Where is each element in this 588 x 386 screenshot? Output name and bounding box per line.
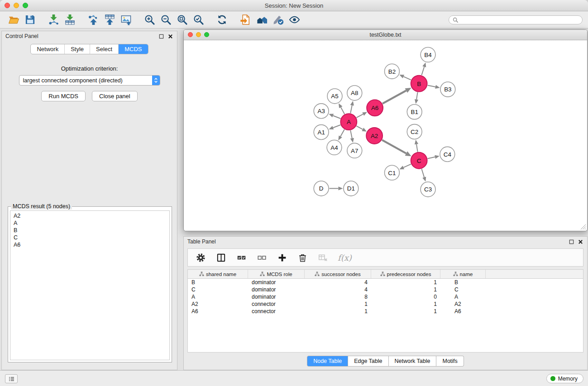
- graph-node-C2[interactable]: C2: [407, 124, 422, 139]
- tab-node-table[interactable]: Node Table: [307, 356, 348, 367]
- mcds-result-item[interactable]: C: [10, 234, 169, 241]
- cell-shared-name[interactable]: B: [188, 279, 248, 286]
- cell-successor-nodes[interactable]: 1: [305, 301, 371, 307]
- home-button[interactable]: [253, 13, 270, 27]
- graph-edge-B-B3[interactable]: [428, 85, 435, 87]
- export-image-button[interactable]: [118, 13, 134, 27]
- network-window-titlebar[interactable]: testGlobe.txt: [184, 30, 587, 40]
- zoom-selected-button[interactable]: [190, 13, 206, 27]
- export-table-button[interactable]: [101, 13, 118, 27]
- column-header-predecessor-nodes[interactable]: predecessor nodes: [371, 270, 440, 278]
- tab-motifs[interactable]: Motifs: [436, 356, 464, 367]
- cell-mcds-role[interactable]: connector: [248, 301, 305, 307]
- graph-node-B3[interactable]: B3: [440, 82, 455, 97]
- graph-edge-A6-B[interactable]: [382, 91, 406, 104]
- show-hide-button[interactable]: [286, 13, 302, 27]
- close-panel-button-label[interactable]: Close panel: [92, 91, 138, 101]
- close-panel-button[interactable]: [167, 33, 173, 39]
- cell-successor-nodes[interactable]: 1: [305, 308, 371, 315]
- tab-style[interactable]: Style: [65, 44, 90, 54]
- import-table-button[interactable]: [62, 13, 78, 27]
- save-session-button[interactable]: [22, 13, 38, 27]
- graph-edge-A-A5[interactable]: [341, 107, 344, 114]
- zoom-out-button[interactable]: [158, 13, 174, 27]
- cell-name[interactable]: A2: [440, 301, 486, 307]
- cell-shared-name[interactable]: A: [188, 294, 248, 300]
- table-row-A[interactable]: Adominator80A: [188, 293, 583, 300]
- close-window-button[interactable]: [5, 3, 10, 8]
- graph-node-B4[interactable]: B4: [421, 47, 435, 62]
- graph-edge-C-C1[interactable]: [403, 164, 411, 167]
- graph-node-A7[interactable]: A7: [347, 143, 362, 158]
- apply-style-button[interactable]: [270, 13, 286, 27]
- cell-name[interactable]: A6: [440, 308, 486, 315]
- zoom-in-button[interactable]: [141, 13, 158, 27]
- graph-node-A6[interactable]: A6: [367, 100, 383, 116]
- search-input[interactable]: [460, 16, 578, 24]
- cell-successor-nodes[interactable]: 8: [305, 294, 371, 300]
- tab-select[interactable]: Select: [90, 44, 119, 54]
- show-columns-button[interactable]: [215, 252, 226, 263]
- network-canvas[interactable]: B4B2BB3A5A8A6B1A3AC2A1A2A4A7CC4C1C3DD1: [184, 40, 587, 230]
- cell-successor-nodes[interactable]: 4: [305, 279, 371, 286]
- tab-network[interactable]: Network: [31, 44, 65, 54]
- apply-function-button[interactable]: f(x): [338, 252, 352, 263]
- tab-edge-table[interactable]: Edge Table: [348, 356, 388, 367]
- graph-node-B1[interactable]: B1: [407, 105, 422, 119]
- graph-node-A1[interactable]: A1: [314, 125, 329, 140]
- graph-edge-B-B2[interactable]: [403, 76, 411, 80]
- resize-grip-icon[interactable]: [580, 224, 586, 230]
- float-table-panel-button[interactable]: [568, 238, 574, 245]
- cell-shared-name[interactable]: A6: [188, 308, 248, 315]
- search-field[interactable]: [449, 15, 583, 24]
- graph-node-B2[interactable]: B2: [385, 64, 400, 79]
- network-zoom-button[interactable]: [204, 32, 209, 37]
- close-table-panel-button[interactable]: [577, 238, 583, 245]
- graph-edge-A2-C[interactable]: [382, 140, 406, 153]
- column-header-mcds-role[interactable]: MCDS role: [248, 270, 305, 278]
- graph-node-C4[interactable]: C4: [440, 147, 455, 162]
- cell-mcds-role[interactable]: connector: [248, 308, 305, 315]
- graph-node-B[interactable]: B: [411, 76, 427, 92]
- mcds-result-item[interactable]: B: [10, 227, 169, 234]
- memory-button[interactable]: Memory: [546, 374, 583, 383]
- graph-edge-B-B4[interactable]: [421, 67, 424, 75]
- graph-node-A3[interactable]: A3: [314, 104, 329, 119]
- run-mcds-button[interactable]: Run MCDS: [41, 91, 86, 101]
- table-row-A6[interactable]: A6connector11A6: [188, 308, 583, 315]
- cell-name[interactable]: C: [440, 286, 486, 293]
- export-network-button[interactable]: [85, 13, 101, 27]
- panel-menu-button[interactable]: [5, 374, 18, 383]
- minimize-window-button[interactable]: [14, 3, 19, 8]
- mcds-result-item[interactable]: A: [10, 219, 169, 227]
- column-header-successor-nodes[interactable]: successor nodes: [305, 270, 371, 278]
- add-column-button[interactable]: [277, 252, 287, 263]
- delete-column-button[interactable]: [297, 252, 308, 263]
- zoom-fit-button[interactable]: [174, 13, 190, 27]
- graph-node-D1[interactable]: D1: [344, 181, 359, 196]
- table-row-A2[interactable]: A2connector11A2: [188, 300, 583, 308]
- cell-name[interactable]: A: [440, 294, 486, 300]
- graph-edge-A-A6[interactable]: [357, 114, 363, 118]
- open-session-button[interactable]: [5, 13, 22, 27]
- float-panel-button[interactable]: [158, 33, 164, 39]
- graph-edge-A-A8[interactable]: [350, 105, 352, 113]
- mcds-result-item[interactable]: A6: [10, 241, 169, 248]
- cell-successor-nodes[interactable]: 4: [305, 286, 371, 293]
- table-row-B[interactable]: Bdominator41B: [188, 279, 583, 286]
- tab-network-table[interactable]: Network Table: [389, 356, 437, 367]
- tab-mcds[interactable]: MCDS: [119, 44, 148, 54]
- graph-edge-A-A3[interactable]: [333, 115, 341, 119]
- graph-node-A[interactable]: A: [340, 114, 357, 130]
- graph-node-A4[interactable]: A4: [327, 140, 342, 155]
- graph-edge-A-A4[interactable]: [340, 129, 344, 137]
- cell-mcds-role[interactable]: dominator: [248, 286, 305, 293]
- zoom-window-button[interactable]: [23, 3, 28, 8]
- cell-mcds-role[interactable]: dominator: [248, 279, 305, 286]
- import-network-button[interactable]: [45, 13, 62, 27]
- delete-table-button[interactable]: [317, 252, 328, 263]
- cell-mcds-role[interactable]: dominator: [248, 294, 305, 300]
- cell-shared-name[interactable]: C: [188, 286, 248, 293]
- graph-edge-C-C2[interactable]: [416, 144, 418, 152]
- column-header-shared-name[interactable]: shared name: [188, 270, 248, 278]
